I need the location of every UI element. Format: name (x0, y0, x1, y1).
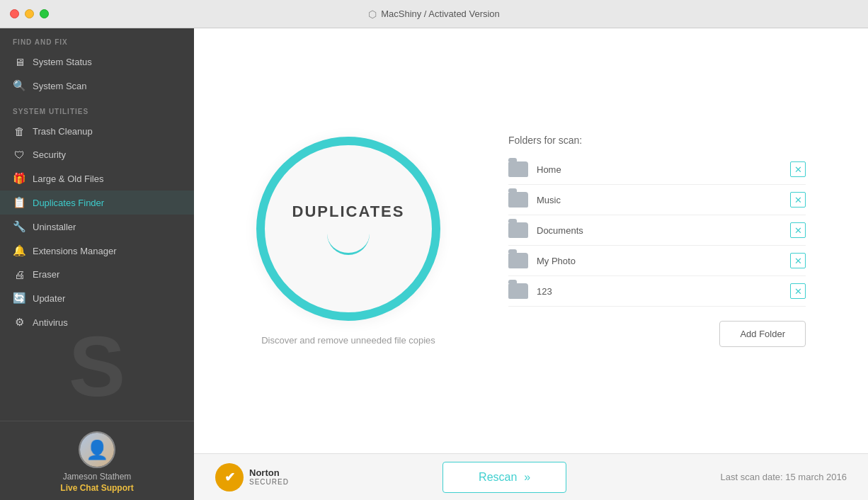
folder-remove-my-photo[interactable]: ✕ (790, 253, 806, 268)
circle-section: DUPLICATES Discover and remove unneeded … (256, 137, 440, 346)
rescan-button[interactable]: Rescan » (442, 462, 566, 493)
folder-name: Documents (537, 225, 782, 236)
close-button[interactable] (10, 9, 19, 18)
folder-row-my-photo: My Photo ✕ (508, 246, 806, 276)
content-area: DUPLICATES Discover and remove unneeded … (194, 28, 868, 500)
folder-remove-home[interactable]: ✕ (790, 161, 806, 177)
folder-row-documents: Documents ✕ (508, 215, 806, 246)
folders-panel: Folders for scan: Home ✕ Music ✕ Documen… (508, 135, 806, 347)
folder-icon (508, 192, 528, 208)
scan-icon: 🔍 (13, 79, 25, 92)
antivirus-icon: ⚙ (13, 316, 25, 329)
monitor-icon: 🖥 (13, 56, 25, 68)
extensions-icon: 🔔 (13, 244, 25, 257)
live-chat-link[interactable]: Live Chat Support (60, 483, 133, 493)
circle-description: Discover and remove unneeded file copies (261, 335, 435, 346)
sidebar-item-large-old-files[interactable]: 🎁 Large & Old Files (0, 166, 194, 191)
profile-name: Jameson Stathem (63, 472, 132, 482)
avatar: 👤 (79, 431, 115, 468)
sidebar-profile: 👤 Jameson Stathem Live Chat Support (0, 421, 194, 500)
sidebar-item-uninstaller[interactable]: 🔧 Uninstaller (0, 215, 194, 239)
folder-remove-documents[interactable]: ✕ (790, 222, 806, 238)
minimize-button[interactable] (25, 9, 34, 18)
norton-text: Norton SECURED (249, 467, 289, 487)
folder-row-music: Music ✕ (508, 185, 806, 215)
sidebar-item-system-status[interactable]: 🖥 System Status (0, 50, 194, 74)
folder-name: Home (537, 164, 782, 175)
maximize-button[interactable] (40, 9, 49, 18)
folder-row-home: Home ✕ (508, 154, 806, 185)
sidebar: S FIND AND FIX 🖥 System Status 🔍 System … (0, 28, 194, 500)
files-icon: 🎁 (13, 172, 25, 185)
window-title: ⬡ MacShiny / Activated Version (368, 8, 500, 20)
norton-badge: ✔ Norton SECURED (215, 463, 289, 492)
norton-secured: SECURED (249, 478, 289, 487)
folder-row-123: 123 ✕ (508, 276, 806, 307)
folder-remove-music[interactable]: ✕ (790, 192, 806, 208)
folder-name: Music (537, 195, 782, 205)
add-folder-button[interactable]: Add Folder (719, 321, 806, 347)
section-system-utilities: SYSTEM UTILITIES (0, 98, 194, 120)
norton-shield-icon: ✔ (215, 463, 244, 492)
uninstaller-icon: 🔧 (13, 220, 25, 233)
duplicates-circle: DUPLICATES (256, 137, 440, 321)
last-scan-date: Last scan date: 15 march 2016 (720, 472, 847, 482)
sidebar-item-duplicates-finder[interactable]: 📋 Duplicates Finder (0, 191, 194, 215)
title-bar: ⬡ MacShiny / Activated Version (0, 0, 868, 28)
folder-name: 123 (537, 286, 782, 297)
folder-icon (508, 283, 528, 299)
folder-icon (508, 161, 528, 177)
sidebar-item-eraser[interactable]: 🖨 Eraser (0, 263, 194, 286)
folder-name: My Photo (537, 256, 782, 266)
app-icon: ⬡ (368, 8, 377, 20)
sidebar-item-extensions-manager[interactable]: 🔔 Extensions Manager (0, 239, 194, 263)
trash-icon: 🗑 (13, 125, 25, 137)
duplicates-icon: 📋 (13, 196, 25, 209)
folder-remove-123[interactable]: ✕ (790, 283, 806, 299)
circle-label: DUPLICATES (292, 203, 405, 221)
folder-icon (508, 253, 528, 268)
smile-graphic (327, 234, 370, 255)
norton-brand: Norton (249, 467, 289, 479)
rescan-arrow-icon: » (524, 471, 530, 484)
updater-icon: 🔄 (13, 292, 25, 305)
folder-icon (508, 222, 528, 238)
sidebar-item-antivirus[interactable]: ⚙ Antivirus (0, 310, 194, 334)
window-controls (10, 9, 49, 18)
avatar-image: 👤 (80, 433, 114, 467)
folders-title: Folders for scan: (508, 135, 806, 146)
rescan-label: Rescan (479, 471, 517, 484)
eraser-icon: 🖨 (13, 268, 25, 280)
section-find-and-fix: FIND AND FIX (0, 28, 194, 50)
bottom-bar: ✔ Norton SECURED Rescan » Last scan date… (194, 453, 868, 500)
sidebar-item-security[interactable]: 🛡 Security (0, 143, 194, 166)
sidebar-item-updater[interactable]: 🔄 Updater (0, 286, 194, 310)
sidebar-item-trash-cleanup[interactable]: 🗑 Trash Cleanup (0, 120, 194, 143)
content-main: DUPLICATES Discover and remove unneeded … (194, 28, 868, 453)
security-icon: 🛡 (13, 149, 25, 161)
sidebar-item-system-scan[interactable]: 🔍 System Scan (0, 74, 194, 98)
